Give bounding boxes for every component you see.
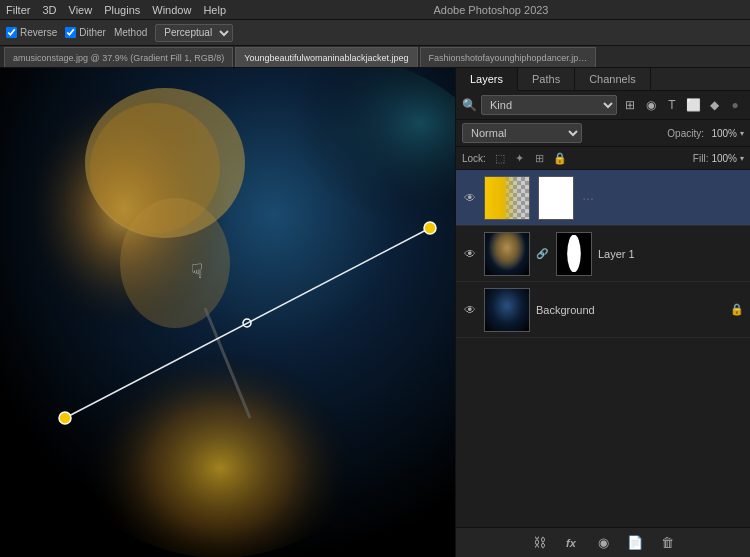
tab-bar: amusiconstage.jpg @ 37.9% (Gradient Fill… xyxy=(0,46,750,68)
footer-new-layer-icon[interactable]: 📄 xyxy=(624,532,646,554)
canvas-person-overlay xyxy=(0,68,455,557)
tab-woman-jacket[interactable]: Youngbeautifulwomaninablackjacket.jpeg xyxy=(235,47,417,67)
fill-section: Fill: 100% ▾ xyxy=(693,153,744,164)
layers-list: 👁 ··· 👁 🔗 xyxy=(456,170,750,527)
opacity-label: Opacity: xyxy=(667,128,704,139)
menu-bar: Filter 3D View Plugins Window Help Adobe… xyxy=(0,0,750,20)
lock-row: Lock: ⬚ ✦ ⊞ 🔒 Fill: 100% ▾ xyxy=(456,147,750,170)
lock-icons: ⬚ ✦ ⊞ 🔒 xyxy=(492,150,568,166)
layer-thumb-1 xyxy=(484,232,530,276)
gradient-thumbnail xyxy=(485,177,529,219)
layer-1-name: Layer 1 xyxy=(598,248,744,260)
menu-filter[interactable]: Filter xyxy=(6,4,30,16)
kind-filter-icons: ⊞ ◉ T ⬜ ◆ ● xyxy=(621,96,744,114)
footer-link-icon[interactable]: ⛓ xyxy=(528,532,550,554)
lock-label: Lock: xyxy=(462,153,486,164)
tab-channels[interactable]: Channels xyxy=(575,68,650,90)
layers-panel: Layers Paths Channels 🔍 Kind ⊞ ◉ T ⬜ ◆ ●… xyxy=(455,68,750,557)
kind-pixel-icon[interactable]: ⊞ xyxy=(621,96,639,114)
gradient-mask-thumbnail xyxy=(539,177,573,219)
reverse-checkbox[interactable] xyxy=(6,27,17,38)
lock-position-icon[interactable]: ✦ xyxy=(512,150,528,166)
background-thumbnail xyxy=(485,289,529,331)
layer-visibility-gradient[interactable]: 👁 xyxy=(462,190,478,206)
layer-1-mask-silhouette xyxy=(567,235,581,273)
kind-dropdown[interactable]: Kind xyxy=(481,95,617,115)
fill-value[interactable]: 100% xyxy=(711,153,737,164)
layer-thumb-gradient xyxy=(484,176,530,220)
kind-adjustment-icon[interactable]: ◉ xyxy=(642,96,660,114)
lock-artboard-icon[interactable]: ⊞ xyxy=(532,150,548,166)
layer-mask-gradient xyxy=(538,176,574,220)
menu-plugins[interactable]: Plugins xyxy=(104,4,140,16)
layer-1-person xyxy=(485,233,529,275)
kind-shape-icon[interactable]: ⬜ xyxy=(684,96,702,114)
dither-checkbox[interactable] xyxy=(65,27,76,38)
kind-row: 🔍 Kind ⊞ ◉ T ⬜ ◆ ● xyxy=(456,91,750,120)
kind-fill-icon[interactable]: ● xyxy=(726,96,744,114)
lock-pixels-icon[interactable]: ⬚ xyxy=(492,150,508,166)
footer-fx-icon[interactable]: fx xyxy=(560,532,582,554)
layer-background[interactable]: 👁 Background 🔒 xyxy=(456,282,750,338)
panel-footer: ⛓ fx ◉ 📄 🗑 xyxy=(456,527,750,557)
layer-1-thumbnail xyxy=(485,233,529,275)
menu-window[interactable]: Window xyxy=(152,4,191,16)
layer-1[interactable]: 👁 🔗 Layer 1 xyxy=(456,226,750,282)
layer-visibility-1[interactable]: 👁 xyxy=(462,246,478,262)
fill-arrow[interactable]: ▾ xyxy=(740,154,744,163)
menu-help[interactable]: Help xyxy=(203,4,226,16)
method-option: Method xyxy=(114,27,147,38)
menu-3d[interactable]: 3D xyxy=(42,4,56,16)
blend-mode-row: Normal Multiply Screen Opacity: 100% ▾ xyxy=(456,120,750,147)
canvas-area[interactable]: ☟ xyxy=(0,68,455,557)
options-bar: Reverse Dither Method Perceptual Saturat… xyxy=(0,20,750,46)
tab-musiconstage[interactable]: amusiconstage.jpg @ 37.9% (Gradient Fill… xyxy=(4,47,233,67)
layer-visibility-bg[interactable]: 👁 xyxy=(462,302,478,318)
main-area: ☟ Layers Paths Channels 🔍 Kind ⊞ ◉ T ⬜ ◆… xyxy=(0,68,750,557)
footer-delete-icon[interactable]: 🗑 xyxy=(656,532,678,554)
search-icon: 🔍 xyxy=(462,98,477,112)
kind-text-icon[interactable]: T xyxy=(663,96,681,114)
lock-all-icon[interactable]: 🔒 xyxy=(552,150,568,166)
kind-smart-icon[interactable]: ◆ xyxy=(705,96,723,114)
tab-paths[interactable]: Paths xyxy=(518,68,575,90)
tab-layers[interactable]: Layers xyxy=(456,68,518,91)
method-dropdown[interactable]: Perceptual Saturation Relative xyxy=(155,24,233,42)
opacity-value[interactable]: 100% xyxy=(707,128,737,139)
opacity-arrow[interactable]: ▾ xyxy=(740,129,744,138)
opacity-section: Opacity: 100% ▾ xyxy=(667,128,744,139)
chain-icon-1: 🔗 xyxy=(536,248,548,259)
layer-more-gradient[interactable]: ··· xyxy=(580,190,596,206)
fill-label: Fill: xyxy=(693,153,709,164)
footer-mask-icon[interactable]: ◉ xyxy=(592,532,614,554)
layer-1-mask-thumbnail xyxy=(557,233,591,275)
layer-gradient-fill[interactable]: 👁 ··· xyxy=(456,170,750,226)
blend-mode-dropdown[interactable]: Normal Multiply Screen xyxy=(462,123,582,143)
tab-hiphop-dancer[interactable]: Fashionshotofayounghiphopdancer.jp… xyxy=(420,47,597,67)
dither-option[interactable]: Dither xyxy=(65,27,106,38)
layer-mask-1 xyxy=(556,232,592,276)
menu-view[interactable]: View xyxy=(69,4,93,16)
app-title: Adobe Photoshop 2023 xyxy=(238,4,744,16)
background-lock-icon: 🔒 xyxy=(730,303,744,316)
reverse-option[interactable]: Reverse xyxy=(6,27,57,38)
panel-tab-bar: Layers Paths Channels xyxy=(456,68,750,91)
layer-thumb-bg xyxy=(484,288,530,332)
background-layer-name: Background xyxy=(536,304,724,316)
